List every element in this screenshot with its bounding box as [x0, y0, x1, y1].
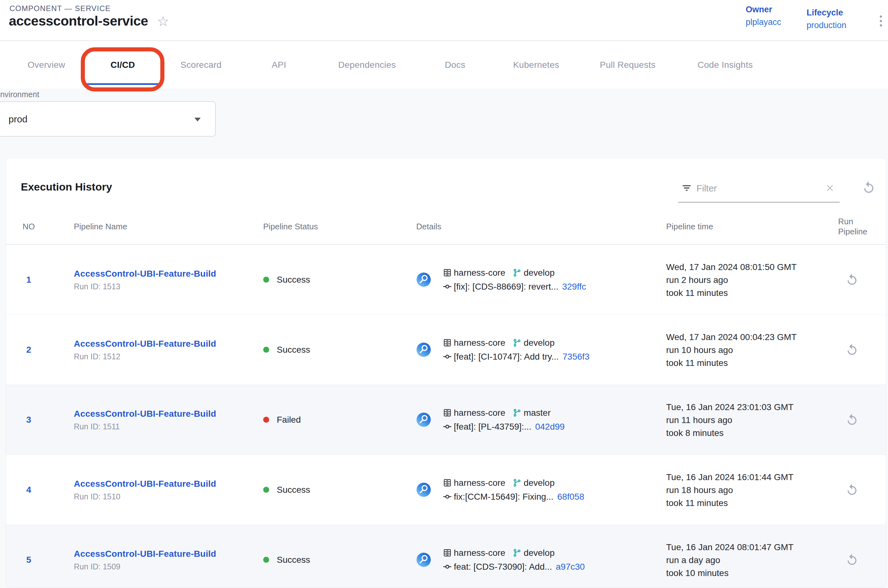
branch-name: develop [523, 268, 554, 278]
repo-name: harness-core [454, 408, 505, 418]
active-tab-underline [84, 83, 159, 85]
harness-ci-icon [416, 272, 431, 287]
page-title: accesscontrol-service [9, 13, 148, 29]
status-label: Success [277, 275, 310, 285]
tab-cicd[interactable]: CI/CD [110, 60, 135, 70]
execution-history-card: Execution History NO Pipeline Name Pipel… [6, 158, 886, 588]
pipeline-name-link[interactable]: AccessControl-UBI-Feature-Build [74, 268, 216, 279]
tab-dependencies[interactable]: Dependencies [338, 60, 396, 70]
column-header-no: NO [20, 222, 38, 231]
repo-icon [443, 339, 452, 347]
git-branch-icon [513, 268, 521, 277]
pipeline-name-link[interactable]: AccessControl-UBI-Feature-Build [74, 549, 216, 559]
run-pipeline-button[interactable] [845, 553, 859, 567]
commit-sha-link[interactable]: 329ffc [562, 282, 586, 292]
git-branch-icon [513, 478, 521, 487]
environment-select[interactable]: prod [0, 101, 216, 136]
branch-name: master [523, 408, 551, 418]
status-dot [263, 346, 269, 352]
filter-input-underline [678, 202, 840, 202]
git-commit-icon [443, 492, 452, 501]
filter-input[interactable] [696, 182, 810, 195]
table-header-row: NO Pipeline Name Pipeline Status Details… [6, 208, 886, 245]
row-number-link[interactable]: 5 [26, 555, 31, 565]
git-branch-icon [513, 549, 521, 557]
commit-message: [feat]: [PL-43759]:... [454, 422, 531, 432]
tab-api[interactable]: API [272, 60, 286, 70]
kebab-menu-icon[interactable] [876, 11, 885, 30]
owner-label: Owner [746, 3, 781, 16]
tab-overview[interactable]: Overview [27, 60, 65, 70]
pipeline-time: Tue, 16 Jan 2024 23:01:03 GMT run 11 hou… [666, 400, 793, 439]
column-header-pipeline-status: Pipeline Status [263, 222, 318, 231]
run-pipeline-button[interactable] [845, 483, 859, 496]
run-id: Run ID: 1509 [74, 562, 216, 571]
run-pipeline-button[interactable] [845, 343, 859, 357]
status-dot [263, 557, 269, 563]
favorite-star-icon[interactable]: ☆ [157, 15, 169, 28]
pipeline-time: Wed, 17 Jan 2024 08:01:50 GMT run 2 hour… [666, 260, 797, 299]
repo-name: harness-core [454, 268, 505, 278]
owner-link[interactable]: plplayacc [746, 17, 781, 27]
column-header-details: Details [416, 222, 441, 231]
row-number-link[interactable]: 3 [26, 415, 31, 424]
commit-message: fix:[CCM-15649]: Fixing... [454, 492, 553, 502]
section-title: Execution History [21, 181, 112, 193]
commit-sha-link[interactable]: a97c30 [556, 562, 585, 572]
pipeline-name-link[interactable]: AccessControl-UBI-Feature-Build [74, 408, 216, 418]
commit-sha-link[interactable]: 7356f3 [563, 352, 590, 362]
pipeline-time: Tue, 16 Jan 2024 16:01:44 GMT run 18 hou… [666, 470, 793, 509]
lifecycle-label: Lifecycle [807, 6, 846, 19]
harness-ci-icon [416, 412, 431, 427]
git-commit-icon [443, 282, 452, 291]
table-body: 1 AccessControl-UBI-Feature-Build Run ID… [6, 245, 886, 588]
branch-name: develop [523, 548, 554, 558]
status-label: Success [277, 485, 310, 495]
run-pipeline-button[interactable] [845, 413, 859, 426]
repo-name: harness-core [454, 338, 505, 348]
status-label: Success [277, 555, 310, 565]
environment-selected-value: prod [9, 114, 27, 124]
refresh-icon[interactable] [862, 181, 876, 195]
table-row: 4 AccessControl-UBI-Feature-Build Run ID… [6, 455, 886, 525]
run-id: Run ID: 1511 [74, 422, 216, 431]
repo-name: harness-core [454, 548, 505, 558]
commit-message: [fix]: [CDS-88669]: revert... [454, 282, 558, 292]
tab-scorecard[interactable]: Scorecard [180, 60, 221, 70]
branch-name: develop [523, 338, 554, 348]
clear-filter-icon[interactable] [825, 183, 835, 194]
row-number-link[interactable]: 4 [26, 485, 31, 495]
commit-sha-link[interactable]: 68f058 [557, 492, 584, 502]
tab-kubernetes[interactable]: Kubernetes [513, 60, 559, 70]
tab-code-insights[interactable]: Code Insights [697, 60, 753, 70]
commit-message: feat: [CDS-73090]: Add... [454, 562, 552, 572]
pipeline-time: Tue, 16 Jan 2024 08:01:47 GMT run a day … [666, 540, 793, 579]
pipeline-name-link[interactable]: AccessControl-UBI-Feature-Build [74, 339, 216, 349]
chevron-down-icon [194, 118, 201, 122]
table-row: 1 AccessControl-UBI-Feature-Build Run ID… [6, 245, 886, 315]
git-branch-icon [513, 339, 521, 347]
pipeline-time: Wed, 17 Jan 2024 00:04:23 GMT run 10 hou… [666, 330, 797, 369]
git-branch-icon [513, 408, 521, 417]
filter-list-icon [681, 183, 692, 194]
pipeline-name-link[interactable]: AccessControl-UBI-Feature-Build [74, 478, 216, 489]
owner-meta: Owner plplayacc [746, 3, 781, 28]
column-header-run-pipeline: Run Pipeline [838, 216, 877, 237]
environment-label: Environment [0, 90, 39, 99]
run-pipeline-button[interactable] [845, 273, 859, 286]
row-number-link[interactable]: 2 [26, 345, 31, 355]
repo-icon [443, 408, 452, 417]
harness-ci-icon [416, 552, 431, 567]
tab-docs[interactable]: Docs [445, 60, 466, 70]
status-dot [263, 487, 269, 493]
git-commit-icon [443, 422, 452, 431]
repo-name: harness-core [454, 478, 505, 488]
row-number-link[interactable]: 1 [26, 275, 31, 285]
branch-name: develop [523, 478, 554, 488]
repo-icon [443, 478, 452, 487]
harness-ci-icon [416, 482, 431, 497]
tab-pull-requests[interactable]: Pull Requests [600, 60, 656, 70]
git-commit-icon [443, 352, 452, 361]
run-id: Run ID: 1510 [74, 492, 216, 501]
commit-sha-link[interactable]: 042d99 [535, 422, 565, 432]
